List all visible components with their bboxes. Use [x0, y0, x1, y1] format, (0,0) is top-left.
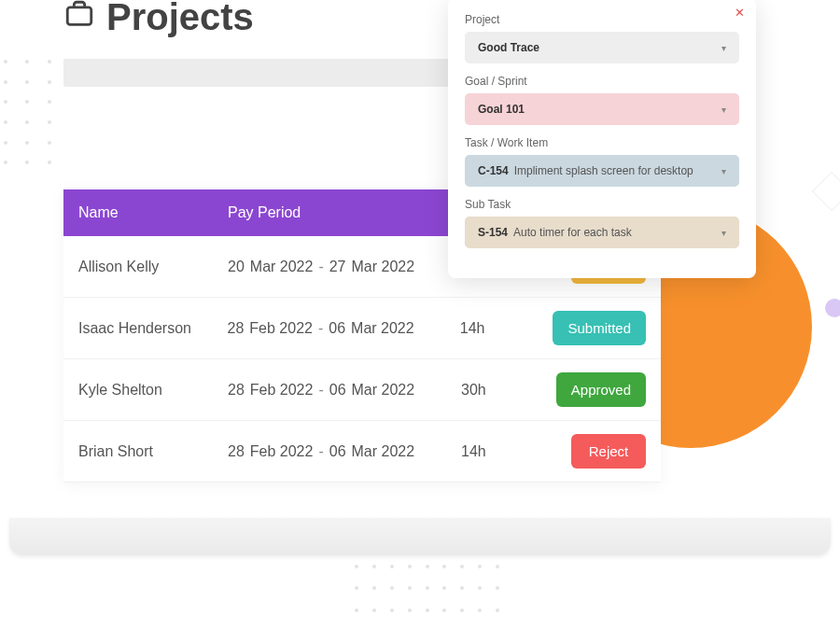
cell-name: Isaac Henderson: [78, 320, 228, 337]
cell-pay-period: 28 Feb 2022 - 06 Mar 2022: [228, 382, 461, 399]
chevron-down-icon: ▾: [721, 43, 726, 53]
goal-value: Goal 101: [478, 103, 525, 116]
task-code: C-154: [478, 164, 509, 177]
chevron-down-icon: ▾: [721, 105, 726, 115]
project-select[interactable]: Good Trace ▾: [465, 32, 739, 63]
chevron-down-icon: ▾: [721, 228, 726, 238]
cell-pay-period: 28 Feb 2022 - 06 Mar 2022: [228, 443, 461, 460]
decorative-dot: [825, 299, 840, 317]
subtask-code: S-154: [478, 226, 508, 239]
cell-pay-period: 20 Mar 2022 - 27 Mar 2022: [228, 259, 461, 275]
status-badge-submitted[interactable]: Submitted: [553, 311, 646, 345]
status-badge-approved[interactable]: Approved: [556, 372, 646, 407]
goal-label: Goal / Sprint: [465, 75, 739, 88]
cell-hours: 14h: [460, 320, 553, 337]
status-badge-reject[interactable]: Reject: [571, 434, 646, 469]
cell-pay-period: 28 Feb 2022 - 06 Mar 2022: [228, 320, 460, 337]
task-selector-popover: ✕ Project Good Trace ▾ Goal / Sprint Goa…: [448, 0, 756, 278]
decorative-dots: [4, 60, 60, 172]
table-row[interactable]: Brian Short 28 Feb 2022 - 06 Mar 2022 14…: [63, 421, 661, 483]
chevron-down-icon: ▾: [721, 166, 726, 176]
cell-name: Kyle Shelton: [78, 382, 228, 399]
decorative-laptop-base: [9, 518, 831, 555]
cell-hours: 30h: [461, 382, 554, 399]
subtask-text: Auto timer for each task: [513, 226, 632, 239]
close-icon[interactable]: ✕: [735, 6, 745, 20]
cell-hours: 14h: [461, 443, 554, 460]
goal-select[interactable]: Goal 101 ▾: [465, 93, 739, 125]
briefcase-icon: [63, 0, 95, 38]
svg-rect-0: [67, 7, 91, 24]
subtask-select[interactable]: S-154Auto timer for each task ▾: [465, 217, 739, 248]
cell-name: Allison Kelly: [78, 259, 228, 275]
project-label: Project: [465, 13, 739, 26]
decorative-hex: [812, 172, 840, 211]
page-title-text: Projects: [106, 0, 254, 38]
cell-name: Brian Short: [78, 443, 228, 460]
task-select[interactable]: C-154Impliment splash screen for desktop…: [465, 155, 739, 187]
project-value: Good Trace: [478, 41, 539, 54]
table-row[interactable]: Isaac Henderson 28 Feb 2022 - 06 Mar 202…: [63, 298, 661, 359]
decorative-dots: [355, 565, 504, 621]
task-text: Impliment splash screen for desktop: [514, 164, 693, 177]
subtask-label: Sub Task: [465, 198, 739, 211]
header-pay-period: Pay Period: [228, 204, 461, 221]
table-row[interactable]: Kyle Shelton 28 Feb 2022 - 06 Mar 2022 3…: [63, 359, 661, 421]
task-label: Task / Work Item: [465, 136, 739, 149]
header-name: Name: [78, 204, 228, 221]
